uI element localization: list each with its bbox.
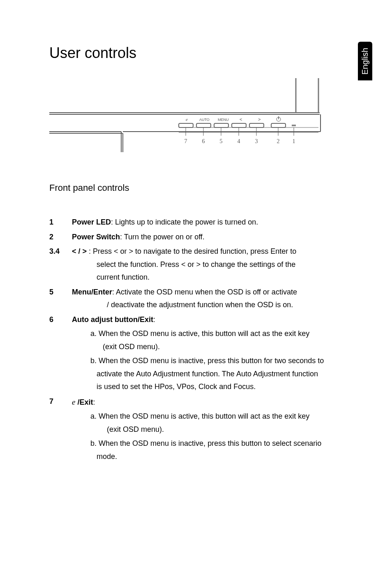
- svg-rect-19: [292, 125, 296, 126]
- page-title: User controls: [49, 44, 329, 62]
- item-body: Menu/Enter: Activate the OSD menu when t…: [72, 286, 329, 312]
- item-number: 7: [49, 395, 72, 463]
- item-body: e /Exit: a. When the OSD menu is active,…: [72, 395, 329, 463]
- item-number: 3.4: [49, 245, 72, 284]
- item-body: Auto adjust button/Exit: a. When the OSD…: [72, 313, 329, 394]
- item-body: < / > : Press < or > to navigate to the …: [72, 245, 329, 284]
- desc-34-cont1: select the function. Press < or > to cha…: [97, 258, 329, 271]
- svg-rect-17: [271, 123, 286, 127]
- item-6b-cont2: is used to set the HPos, VPos, Clock and…: [97, 380, 329, 394]
- colon-7: :: [93, 398, 95, 406]
- control-item-2: 2 Power Switch: Turn the power on or off…: [49, 231, 329, 244]
- language-tab: English: [358, 42, 372, 81]
- item-6a-cont: (exit OSD menu).: [103, 341, 329, 354]
- document-content: User controls e AUTO MENU < >: [49, 44, 329, 465]
- item-number: 2: [49, 231, 72, 244]
- item-body: Power Switch: Turn the power on or off.: [72, 231, 329, 244]
- term-power-switch: Power Switch: [72, 233, 120, 241]
- term-nav: < / >: [72, 247, 87, 255]
- controls-list: 1 Power LED: Lights up to indicate the p…: [49, 216, 329, 463]
- diagram-num-6: 6: [202, 138, 205, 144]
- term-auto-adjust: Auto adjust button/Exit: [72, 315, 153, 324]
- control-item-3-4: 3.4 < / > : Press < or > to navigate to …: [49, 245, 329, 284]
- item-7a: a. When the OSD menu is active, this but…: [90, 410, 329, 423]
- diagram-num-4: 4: [238, 138, 240, 144]
- diagram-num-3: 3: [255, 138, 258, 144]
- diagram-num-2: 2: [277, 138, 280, 144]
- diagram-num-7: 7: [184, 138, 187, 144]
- diagram-label-menu: MENU: [218, 118, 229, 122]
- desc-2: : Turn the power on or off.: [120, 233, 205, 241]
- item-7b: b. When the OSD menu is inactive, press …: [90, 437, 329, 450]
- svg-rect-12: [179, 123, 193, 127]
- diagram-label-e: e: [186, 117, 188, 122]
- colon-6: :: [153, 315, 155, 324]
- control-item-5: 5 Menu/Enter: Activate the OSD menu when…: [49, 286, 329, 312]
- svg-rect-16: [249, 123, 264, 127]
- diagram-label-lt: <: [240, 117, 242, 122]
- diagram-num-5: 5: [220, 138, 223, 144]
- diagram-label-auto: AUTO: [199, 118, 210, 122]
- diagram-num-1: 1: [293, 138, 295, 144]
- term-menu-enter: Menu/Enter: [72, 288, 112, 296]
- desc-34-cont2: current function.: [97, 271, 329, 284]
- item-number: 5: [49, 286, 72, 312]
- desc-5-cont1: / deactivate the adjustment function whe…: [107, 299, 329, 312]
- desc-5: : Activate the OSD menu when the OSD is …: [112, 288, 297, 296]
- control-item-1: 1 Power LED: Lights up to indicate the p…: [49, 216, 329, 229]
- diagram-label-gt: >: [258, 117, 261, 122]
- control-item-7: 7 e /Exit: a. When the OSD menu is activ…: [49, 395, 329, 463]
- item-number: 6: [49, 313, 72, 394]
- item-body: Power LED: Lights up to indicate the pow…: [72, 216, 329, 229]
- item-6b-cont1: activate the Auto Adjustment function. T…: [97, 368, 329, 381]
- item-7b-cont: mode.: [97, 450, 329, 463]
- desc-1: : Lights up to indicate the power is tur…: [111, 218, 258, 226]
- front-panel-diagram: e AUTO MENU < >: [49, 78, 329, 152]
- svg-rect-14: [214, 123, 228, 127]
- item-6b: b. When the OSD menu is inactive, press …: [90, 354, 329, 368]
- desc-34: : Press < or > to navigate to the desire…: [87, 247, 296, 255]
- svg-rect-13: [196, 123, 211, 127]
- item-7a-cont: (exit OSD menu).: [107, 423, 329, 436]
- control-item-6: 6 Auto adjust button/Exit: a. When the O…: [49, 313, 329, 394]
- item-number: 1: [49, 216, 72, 229]
- term-exit: /Exit: [75, 398, 93, 406]
- svg-rect-15: [232, 123, 246, 127]
- term-power-led: Power LED: [72, 218, 111, 226]
- section-title: Front panel controls: [49, 183, 329, 193]
- item-6a: a. When the OSD menu is active, this but…: [90, 327, 329, 341]
